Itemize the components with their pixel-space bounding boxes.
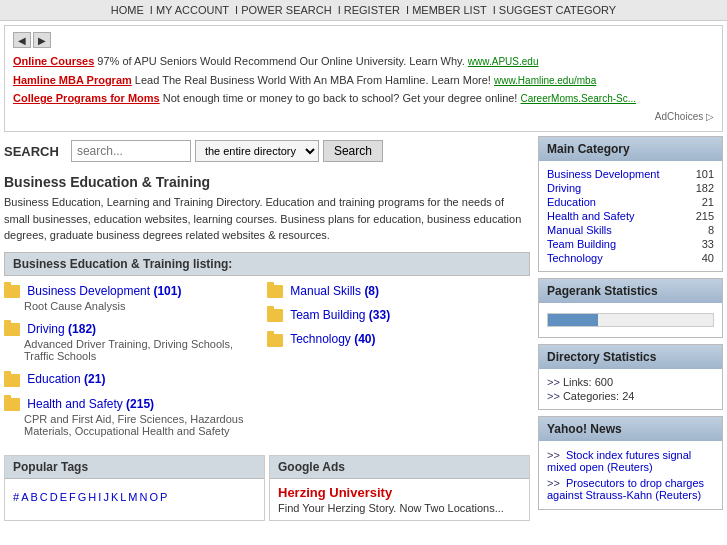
folder-icon <box>4 374 20 387</box>
ad-choices[interactable]: AdChoices ▷ <box>13 108 714 125</box>
alphabet-link[interactable]: N <box>140 491 148 503</box>
sidebar-category-link[interactable]: Technology <box>547 252 603 264</box>
sidebar-category-count: 215 <box>696 210 714 222</box>
google-ads-box: Google Ads Herzing University Find Your … <box>269 455 530 521</box>
alphabet-link[interactable]: I <box>98 491 101 503</box>
prev-arrow[interactable]: ◀ <box>13 32 31 48</box>
ad-bar: ◀ ▶ Online Courses 97% of APU Seniors Wo… <box>4 25 723 132</box>
folder-icon <box>4 323 20 336</box>
directory-stats-section: Directory Statistics >> Links: 600 >> Ca… <box>538 344 723 410</box>
sidebar-category-row: Education 21 <box>547 195 714 209</box>
ad-1-url[interactable]: www.APUS.edu <box>468 56 539 67</box>
news-item: >> Prosecutors to drop charges against S… <box>547 475 714 503</box>
google-ads-content: Herzing University Find Your Herzing Sto… <box>270 479 529 520</box>
news-link[interactable]: Stock index futures signal mixed open (R… <box>547 449 691 473</box>
search-scope-select[interactable]: the entire directory <box>195 140 319 162</box>
google-ad-title[interactable]: Herzing University <box>278 485 521 500</box>
listing-item: Manual Skills (8) <box>267 284 522 298</box>
google-ad-desc: Find Your Herzing Story. Now Two Locatio… <box>278 502 521 514</box>
alphabet-link[interactable]: L <box>120 491 126 503</box>
main-layout: SEARCH the entire directory Search Busin… <box>4 136 723 521</box>
listing-item: Driving (182) Advanced Driver Training, … <box>4 322 259 362</box>
google-ads-header: Google Ads <box>270 456 529 479</box>
folder-icon <box>267 285 283 298</box>
nav-item[interactable]: SUGGEST CATEGORY <box>499 4 616 16</box>
links-stat: >> Links: 600 <box>547 375 714 389</box>
alphabet-link[interactable]: A <box>21 491 28 503</box>
listing-link[interactable]: Education (21) <box>27 372 105 386</box>
alphabet-link[interactable]: H <box>88 491 96 503</box>
alphabet-link[interactable]: P <box>160 491 167 503</box>
nav-item[interactable]: HOME <box>111 4 144 16</box>
category-title: Business Education & Training <box>4 174 530 190</box>
listing-header: Business Education & Training listing: <box>4 252 530 276</box>
listing-link[interactable]: Driving (182) <box>27 322 96 336</box>
sidebar-category-row: Health and Safety 215 <box>547 209 714 223</box>
ad-2-desc: Lead The Real Business World With An MBA… <box>135 74 494 86</box>
listing-item: Education (21) <box>4 372 259 386</box>
ad-2: Hamline MBA Program Lead The Real Busine… <box>13 71 714 90</box>
sidebar-category-count: 101 <box>696 168 714 180</box>
next-arrow[interactable]: ▶ <box>33 32 51 48</box>
search-button[interactable]: Search <box>323 140 383 162</box>
alphabet-link[interactable]: G <box>78 491 87 503</box>
directory-stats-content: >> Links: 600 >> Categories: 24 <box>539 369 722 409</box>
bottom-section: Popular Tags # A B C D E F G H I J K L M… <box>4 455 530 521</box>
news-link[interactable]: Prosecutors to drop charges against Stra… <box>547 477 704 501</box>
alphabet-link[interactable]: F <box>69 491 76 503</box>
nav-item[interactable]: REGISTER <box>344 4 400 16</box>
ad-3-desc: Not enough time or money to go back to s… <box>163 92 521 104</box>
search-bar: SEARCH the entire directory Search <box>4 136 530 166</box>
yahoo-news-content: >> Stock index futures signal mixed open… <box>539 441 722 509</box>
news-arrow: >> <box>547 477 560 489</box>
listing-grid: Business Development (101) Root Cause An… <box>4 284 530 447</box>
pagerank-content <box>539 303 722 337</box>
alphabet-link[interactable]: M <box>128 491 137 503</box>
sidebar-category-count: 182 <box>696 182 714 194</box>
pagerank-bar-container <box>547 313 714 327</box>
listing-desc: CPR and First Aid, Fire Sciences, Hazard… <box>24 413 259 437</box>
alphabet-link[interactable]: K <box>111 491 118 503</box>
listing-item: Technology (40) <box>267 332 522 346</box>
sidebar-category-link[interactable]: Driving <box>547 182 581 194</box>
sidebar-category-link[interactable]: Team Building <box>547 238 616 250</box>
listing-item: Team Building (33) <box>267 308 522 322</box>
sidebar-category-link[interactable]: Manual Skills <box>547 224 612 236</box>
nav-item[interactable]: MEMBER LIST <box>412 4 487 16</box>
listing-link[interactable]: Manual Skills (8) <box>290 284 379 298</box>
ad-2-link[interactable]: Hamline MBA Program <box>13 74 132 86</box>
alphabet-link[interactable]: J <box>103 491 109 503</box>
alphabet-link[interactable]: C <box>40 491 48 503</box>
listing-link[interactable]: Team Building (33) <box>290 308 390 322</box>
search-input[interactable] <box>71 140 191 162</box>
sidebar-category-link[interactable]: Business Development <box>547 168 660 180</box>
ad-1: Online Courses 97% of APU Seniors Would … <box>13 52 714 71</box>
news-arrow: >> <box>547 449 560 461</box>
categories-stat: >> Categories: 24 <box>547 389 714 403</box>
nav-item[interactable]: MY ACCOUNT <box>156 4 229 16</box>
ad-1-desc: 97% of APU Seniors Would Recommend Our O… <box>97 55 468 67</box>
sidebar-category-link[interactable]: Education <box>547 196 596 208</box>
links-value: 600 <box>595 376 613 388</box>
sidebar-category-link[interactable]: Health and Safety <box>547 210 634 222</box>
alphabet-link[interactable]: E <box>60 491 67 503</box>
ad-1-link[interactable]: Online Courses <box>13 55 94 67</box>
alphabet-link[interactable]: O <box>149 491 158 503</box>
listing-link[interactable]: Business Development (101) <box>27 284 181 298</box>
sidebar-category-count: 33 <box>702 238 714 250</box>
alphabet-link[interactable]: B <box>30 491 37 503</box>
listing-link[interactable]: Technology (40) <box>290 332 375 346</box>
alphabet-link[interactable]: D <box>50 491 58 503</box>
categories-arrow: >> <box>547 390 560 402</box>
popular-tags-content: # A B C D E F G H I J K L M N O P <box>5 479 264 509</box>
sidebar-category-row: Team Building 33 <box>547 237 714 251</box>
listing-link[interactable]: Health and Safety (215) <box>27 397 154 411</box>
folder-icon <box>4 285 20 298</box>
ad-3-url[interactable]: CareerMoms.Search-Sc... <box>520 93 636 104</box>
alphabet-link[interactable]: # <box>13 491 19 503</box>
ad-2-url[interactable]: www.Hamline.edu/mba <box>494 75 596 86</box>
google-ad-link[interactable]: Herzing University <box>278 485 392 500</box>
category-description: Business Education, Learning and Trainin… <box>4 194 530 244</box>
nav-item[interactable]: POWER SEARCH <box>241 4 331 16</box>
ad-3-link[interactable]: College Programs for Moms <box>13 92 160 104</box>
